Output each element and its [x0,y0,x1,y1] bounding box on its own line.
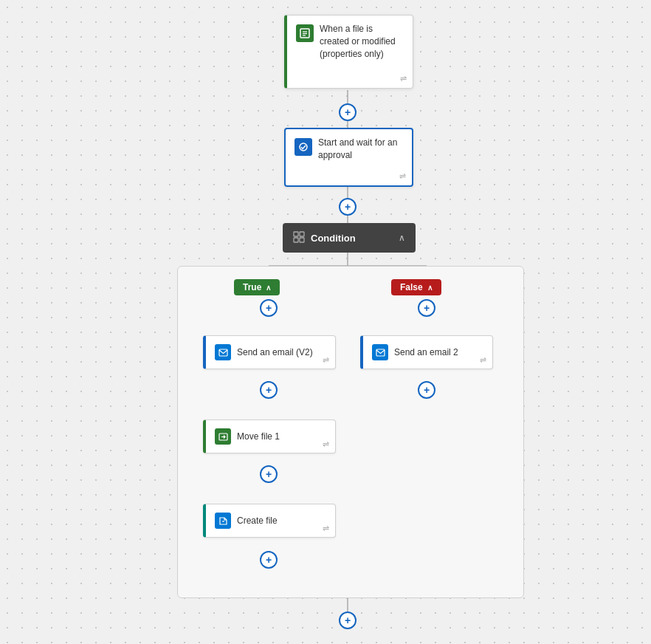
true-branch-label[interactable]: True ∧ [234,279,280,295]
approval-label: Start and wait for an approval [318,137,403,162]
create-file-label: Create file [237,515,278,526]
false-branch-label[interactable]: False ∧ [391,279,441,295]
svg-rect-25 [300,238,304,242]
approval-link-icon: ⇌ [399,171,406,181]
email-v2-label: Send an email (V2) [237,347,313,357]
false-chevron: ∧ [427,284,433,292]
true-chevron: ∧ [266,284,271,292]
false-label-text: False [400,282,423,292]
email-icon [215,344,231,360]
false-add-button-bottom[interactable]: + [418,381,435,399]
true-action-create[interactable]: Create file ⇌ [203,504,336,538]
true-add-button-top[interactable]: + [260,299,278,317]
approval-node[interactable]: Start and wait for an approval ⇌ [284,128,413,187]
flow-canvas: When a file is created or modified (prop… [0,0,651,644]
add-button-2[interactable]: + [339,198,356,216]
condition-node[interactable]: Condition ∧ [283,223,416,253]
svg-rect-30 [376,349,385,356]
true-action-email[interactable]: Send an email (V2) ⇌ [203,335,336,369]
add-button-1[interactable]: + [339,103,356,121]
email2-icon [372,344,388,360]
condition-chevron[interactable]: ∧ [399,233,405,243]
create-icon [215,513,231,529]
true-label-text: True [243,282,261,292]
approval-icon [294,138,312,156]
condition-label: Condition [311,233,356,244]
create-link-icon: ⇌ [323,524,329,533]
email2-label: Send an email 2 [394,347,458,357]
true-action-move[interactable]: Move file 1 ⇌ [203,419,336,453]
move-link-icon: ⇌ [323,439,329,449]
email-link-icon: ⇌ [323,355,329,365]
true-add-button-2[interactable]: + [260,381,278,399]
email2-link-icon: ⇌ [480,355,486,365]
move-file-label: Move file 1 [237,431,280,442]
true-add-button-bottom[interactable]: + [260,551,278,569]
trigger-icon [296,24,314,42]
trigger-node[interactable]: When a file is created or modified (prop… [284,15,413,89]
trigger-link-icon: ⇌ [400,74,407,83]
false-add-button-top[interactable]: + [418,299,435,317]
svg-rect-22 [294,232,298,236]
false-action-email2[interactable]: Send an email 2 ⇌ [360,335,493,369]
svg-rect-24 [294,238,298,242]
trigger-label: When a file is created or modified (prop… [320,23,404,60]
svg-rect-26 [219,349,227,356]
svg-point-21 [300,143,307,151]
true-add-button-3[interactable]: + [260,465,278,483]
svg-rect-23 [300,232,304,236]
condition-icon [293,231,305,245]
move-icon [215,428,231,445]
bottom-add-button[interactable]: + [339,612,356,629]
